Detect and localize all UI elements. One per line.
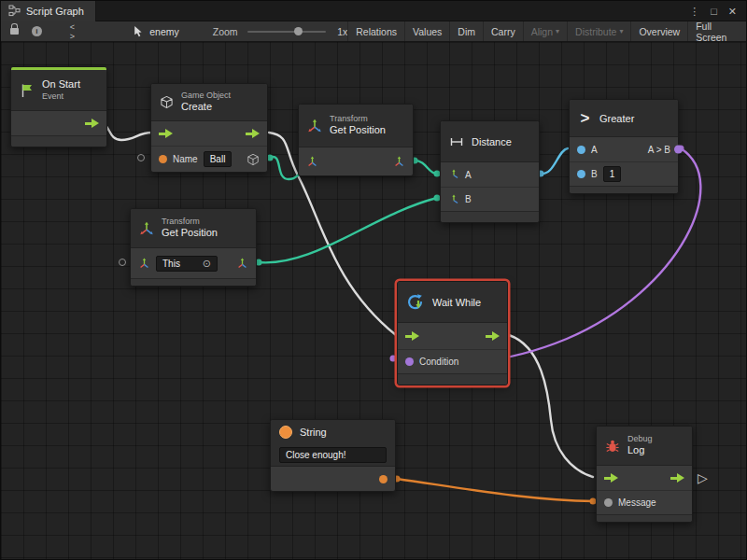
zoom-slider-handle[interactable] (294, 27, 303, 35)
cursor-icon (133, 25, 144, 37)
port-a-label: A (465, 170, 472, 180)
zoom-slider[interactable] (247, 31, 327, 33)
unconnected-port-indicator[interactable] (119, 259, 126, 266)
node-wait-while[interactable]: Wait While Condition (397, 281, 508, 385)
string-output-port[interactable] (379, 475, 388, 483)
close-icon[interactable]: ✕ (728, 1, 737, 21)
result-output-port[interactable] (674, 146, 683, 154)
name-value-field[interactable]: Ball (204, 151, 233, 167)
full-screen-button[interactable]: Full Screen (687, 21, 746, 41)
name-port-label: Name (173, 154, 198, 164)
bug-icon (605, 439, 620, 454)
condition-label: Condition (419, 357, 458, 367)
port-a-label: A (591, 145, 598, 155)
wire-vector-getposition2-to-distance-b[interactable] (258, 198, 437, 262)
transform-input-port-icon[interactable] (138, 258, 150, 270)
node-string-literal[interactable]: String Close enough! (270, 419, 396, 492)
input-b-port[interactable] (577, 170, 585, 178)
node-title: Create (181, 101, 231, 114)
wire-flow-waitwhile-to-log[interactable] (509, 335, 593, 477)
object-picker-icon[interactable]: ⊙ (203, 259, 211, 269)
node-get-position-top[interactable]: Transform Get Position (298, 104, 414, 176)
title-bar: Script Graph ⋮ □ ✕ (1, 1, 746, 21)
node-get-position-left[interactable]: Transform Get Position This ⊙ (130, 208, 257, 287)
target-selector[interactable]: This ⊙ (156, 256, 218, 272)
transform-icon (307, 119, 322, 133)
flow-output-port[interactable] (85, 119, 99, 129)
message-input-port[interactable] (604, 498, 613, 507)
flow-output-port[interactable] (670, 473, 684, 483)
flow-output-port[interactable] (486, 331, 500, 342)
overview-button[interactable]: Overview (630, 21, 687, 41)
node-footer (11, 135, 106, 147)
target-value: This (162, 259, 180, 269)
distribute-button[interactable]: Distribute▾ (567, 21, 630, 41)
flow-continue-indicator[interactable]: ▷ (698, 471, 708, 484)
flow-input-port[interactable] (604, 473, 618, 483)
gameobject-output-port-icon[interactable] (247, 153, 260, 166)
node-category: Game Object (181, 91, 231, 101)
b-value-field[interactable]: 1 (603, 166, 622, 182)
message-label: Message (618, 497, 656, 508)
wait-icon (406, 293, 425, 312)
node-footer (131, 278, 256, 286)
relations-button[interactable]: Relations (347, 21, 404, 41)
wire-vector-getposition-to-distance-a[interactable] (415, 161, 437, 174)
graph-name-label[interactable]: enemy (149, 26, 179, 37)
name-input-port[interactable] (159, 155, 167, 163)
node-title: Get Position (162, 227, 218, 240)
node-distance[interactable]: Distance A B (440, 120, 540, 223)
flow-output-port[interactable] (246, 129, 260, 139)
carry-button[interactable]: Carry (483, 21, 523, 41)
node-debug-log[interactable]: Debug Log Message (596, 426, 693, 523)
string-icon (279, 426, 292, 439)
input-a-port[interactable] (577, 146, 585, 154)
transform-input-port-icon[interactable] (306, 156, 318, 168)
flow-input-port[interactable] (159, 129, 173, 139)
node-title: Wait While (432, 297, 481, 308)
wire-number-distance-to-greater[interactable] (541, 148, 568, 174)
wire-flow-onstart-to-create[interactable] (100, 123, 152, 140)
node-title: Greater (599, 113, 634, 124)
node-greater[interactable]: > Greater A A > B B 1 (569, 99, 679, 194)
wire-string-to-message[interactable] (397, 479, 594, 501)
node-category: Debug (627, 434, 653, 444)
info-icon[interactable]: i (32, 26, 42, 36)
tab-script-graph[interactable]: Script Graph (1, 1, 96, 21)
vector-output-port-icon[interactable] (393, 156, 405, 168)
node-footer (441, 211, 539, 222)
script-graph-icon (8, 5, 21, 17)
string-value-field[interactable]: Close enough! (279, 447, 387, 463)
node-on-start-event[interactable]: On Start Event (10, 66, 107, 147)
transform-icon (139, 221, 154, 236)
vector-b-port-icon[interactable] (448, 194, 459, 205)
node-subtitle: Event (42, 91, 80, 102)
node-title: Log (627, 444, 653, 457)
flag-icon (20, 83, 35, 98)
align-button[interactable]: Align▾ (523, 21, 567, 41)
graph-canvas[interactable]: On Start Event Game Object Create (1, 42, 747, 560)
values-button[interactable]: Values (404, 21, 449, 41)
vector-output-port-icon[interactable] (236, 258, 248, 270)
node-footer (597, 514, 692, 522)
tab-title: Script Graph (26, 6, 84, 17)
chevron-down-icon: ▾ (619, 27, 623, 35)
window-controls: ⋮ □ ✕ (689, 1, 746, 21)
unconnected-port-indicator[interactable] (137, 154, 145, 161)
distance-icon (449, 135, 464, 148)
panel-menu-icon[interactable]: ⋮ (689, 1, 699, 21)
maximize-icon[interactable]: □ (711, 1, 717, 21)
node-title: Get Position (330, 124, 386, 137)
code-icon[interactable]: < > (70, 22, 85, 41)
dim-button[interactable]: Dim (449, 21, 483, 41)
node-footer (398, 373, 507, 385)
condition-input-port[interactable] (405, 357, 414, 366)
port-b-label: B (465, 194, 472, 204)
node-title: Distance (472, 136, 512, 147)
node-title: String (300, 427, 327, 438)
lock-icon[interactable] (10, 28, 19, 35)
node-gameobject-create[interactable]: Game Object Create Name Ball (150, 83, 268, 173)
script-graph-window: Script Graph ⋮ □ ✕ i < > enemy Zoom 1x R… (0, 0, 747, 560)
flow-input-port[interactable] (405, 331, 419, 342)
vector-a-port-icon[interactable] (448, 169, 459, 180)
